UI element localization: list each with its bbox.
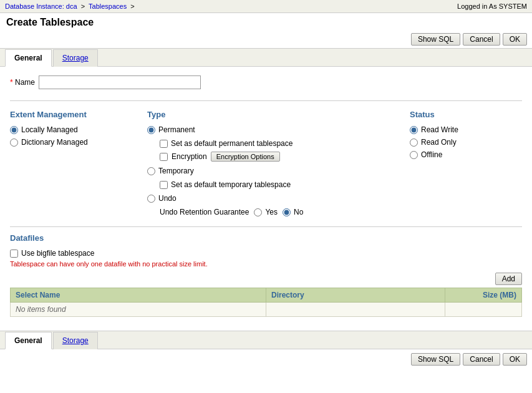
status-title: Status (410, 110, 522, 119)
table-body: No items found (11, 303, 522, 317)
offline-radio[interactable] (410, 151, 418, 159)
undo-retention-row: Undo Retention Guarantee Yes No (160, 208, 397, 216)
bigfile-label: Use bigfile tablespace (21, 249, 94, 258)
tab-storage-bottom[interactable]: Storage (53, 332, 98, 349)
extent-management-title: Extent Management (10, 110, 135, 119)
bigfile-info-text: Tablespace can have only one datafile wi… (10, 260, 522, 268)
undo-retention-label: Undo Retention Guarantee (160, 208, 249, 216)
table-row: No items found (11, 303, 522, 317)
name-row: * Name (10, 75, 522, 89)
col-header-directory: Directory (266, 288, 445, 303)
cancel-button-top[interactable]: Cancel (463, 33, 500, 46)
top-tabs-bar: General Storage (0, 49, 532, 67)
dictionary-managed-label: Dictionary Managed (21, 138, 88, 147)
status-radio-group: Read Write Read Only Offline (410, 125, 522, 159)
datafiles-table: Select Name Directory Size (MB) No items… (10, 288, 522, 317)
tab-general-bottom-label: General (14, 336, 42, 345)
tab-storage-top-label: Storage (62, 54, 89, 62)
breadcrumb: Database Instance: dca > Tablespaces > (5, 2, 135, 10)
permanent-sub: Set as default permanent tablespace Encr… (160, 139, 397, 162)
logged-in-label: Logged in As SYSTEM (457, 2, 527, 10)
col-header-size: Size (MB) (445, 288, 522, 303)
required-star: * (10, 78, 13, 87)
bigfile-checkbox[interactable] (10, 250, 18, 258)
read-only-option[interactable]: Read Only (410, 138, 522, 147)
undo-option[interactable]: Undo (147, 194, 397, 203)
datafiles-title: Datafiles (10, 233, 522, 243)
undo-no-option[interactable]: No (283, 208, 303, 216)
set-default-permanent-option[interactable]: Set as default permanent tablespace (160, 139, 397, 148)
encryption-label: Encryption (172, 152, 207, 161)
permanent-option[interactable]: Permanent (147, 125, 397, 134)
dictionary-managed-option[interactable]: Dictionary Managed (10, 138, 135, 147)
locally-managed-radio[interactable] (10, 126, 18, 134)
undo-yes-option[interactable]: Yes (254, 208, 278, 216)
set-default-permanent-label: Set as default permanent tablespace (171, 139, 293, 148)
encryption-checkbox[interactable] (160, 153, 168, 161)
locally-managed-label: Locally Managed (21, 125, 78, 134)
tab-general-top[interactable]: General (5, 49, 52, 67)
undo-yes-radio[interactable] (254, 208, 262, 216)
offline-label: Offline (421, 150, 442, 159)
undo-label: Undo (158, 194, 177, 203)
read-write-label: Read Write (421, 125, 458, 134)
top-toolbar: Show SQL Cancel OK (0, 31, 532, 49)
breadcrumb-sep1: > (81, 2, 85, 10)
name-label: * Name (10, 78, 35, 87)
read-only-radio[interactable] (410, 138, 418, 147)
status-col: Status Read Write Read Only Offline (410, 110, 522, 216)
col-header-name: Select Name (11, 288, 266, 303)
read-write-radio[interactable] (410, 126, 418, 134)
bottom-tabs-bar: General Storage (0, 331, 532, 349)
type-title: Type (147, 110, 397, 119)
bottom-toolbar: Show SQL Cancel OK (0, 349, 532, 369)
tab-storage-bottom-label: Storage (62, 336, 89, 345)
undo-radio[interactable] (147, 195, 155, 203)
extent-radio-group: Locally Managed Dictionary Managed (10, 125, 135, 147)
show-sql-button-top[interactable]: Show SQL (411, 33, 460, 46)
dictionary-managed-radio[interactable] (10, 138, 18, 147)
breadcrumb-db-link[interactable]: Database Instance: dca (5, 2, 77, 10)
set-default-permanent-checkbox[interactable] (160, 140, 168, 148)
type-col: Type Permanent Set as default permanent … (147, 110, 410, 216)
permanent-radio[interactable] (147, 126, 155, 134)
temporary-radio[interactable] (147, 167, 155, 175)
extent-management-col: Extent Management Locally Managed Dictio… (10, 110, 147, 216)
breadcrumb-tablespaces-link[interactable]: Tablespaces (89, 2, 127, 10)
cancel-button-bottom[interactable]: Cancel (463, 353, 500, 366)
tab-general-top-label: General (14, 54, 42, 62)
table-header-row: Select Name Directory Size (MB) (11, 288, 522, 303)
undo-no-label: No (294, 208, 303, 216)
table-header: Select Name Directory Size (MB) (11, 288, 522, 303)
empty-message-cell: No items found (11, 303, 266, 317)
empty-size-cell (445, 303, 522, 317)
set-default-temporary-option[interactable]: Set as default temporary tablespace (160, 180, 397, 189)
ok-button-bottom[interactable]: OK (503, 353, 527, 366)
tab-general-bottom[interactable]: General (5, 332, 52, 349)
main-content: * Name Extent Management Locally Managed… (0, 67, 532, 326)
undo-yes-label: Yes (265, 208, 278, 216)
read-write-option[interactable]: Read Write (410, 125, 522, 134)
undo-no-radio[interactable] (283, 208, 291, 216)
tab-storage-top[interactable]: Storage (53, 49, 98, 67)
name-input[interactable] (39, 75, 201, 89)
offline-option[interactable]: Offline (410, 150, 522, 159)
top-bar: Database Instance: dca > Tablespaces > L… (0, 0, 532, 13)
breadcrumb-sep2: > (130, 2, 134, 10)
empty-dir-cell (266, 303, 445, 317)
encryption-options-button[interactable]: Encryption Options (211, 152, 280, 162)
set-default-temporary-checkbox[interactable] (160, 181, 168, 189)
type-section: Permanent Set as default permanent table… (147, 125, 397, 216)
read-only-label: Read Only (421, 138, 457, 147)
add-button[interactable]: Add (495, 273, 522, 285)
temporary-sub: Set as default temporary tablespace (160, 180, 397, 189)
temporary-option[interactable]: Temporary (147, 167, 397, 175)
datafiles-section: Datafiles Use bigfile tablespace Tablesp… (10, 226, 522, 317)
page-title: Create Tablespace (0, 13, 532, 31)
show-sql-button-bottom[interactable]: Show SQL (411, 353, 460, 366)
three-col-section: Extent Management Locally Managed Dictio… (10, 100, 522, 216)
temporary-label: Temporary (158, 167, 194, 175)
locally-managed-option[interactable]: Locally Managed (10, 125, 135, 134)
set-default-temporary-label: Set as default temporary tablespace (171, 180, 291, 189)
ok-button-top[interactable]: OK (503, 33, 527, 46)
